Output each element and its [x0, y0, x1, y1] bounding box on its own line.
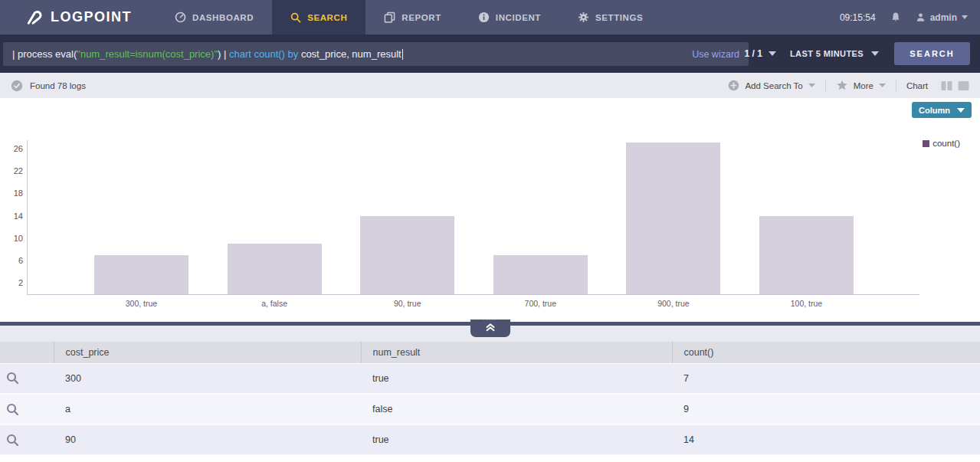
chevron-down-icon: [769, 51, 776, 56]
table-cell: 90: [54, 424, 361, 455]
query-text: | process eval("num_result=isnum(cost_pr…: [12, 48, 402, 60]
query-segment: cost_price, num_result: [301, 48, 402, 60]
chevron-down-icon: [879, 84, 886, 87]
user-menu[interactable]: admin: [916, 12, 968, 23]
text-cursor: [402, 49, 403, 60]
brand: LOGPOINT: [25, 8, 132, 27]
x-axis-label: 90, true: [360, 299, 454, 308]
chart-bar[interactable]: [493, 255, 588, 294]
plus-circle-icon: [728, 80, 739, 91]
username: admin: [930, 12, 957, 23]
table-cell: 14: [672, 424, 980, 455]
dashboard-icon: [175, 11, 186, 23]
divider: [825, 80, 826, 92]
icon-column-header: [0, 342, 54, 363]
main-nav: DASHBOARD SEARCH REPORT INCIDENT: [156, 0, 661, 34]
y-axis-tick: 18: [4, 188, 23, 198]
view-switcher: Chart: [906, 80, 969, 91]
clock: 09:15:54: [840, 12, 876, 23]
top-nav: LOGPOINT DASHBOARD SEARCH REPORT INCIDEN…: [0, 0, 980, 34]
table-cell: true: [361, 424, 672, 455]
results-table-section: cost_price num_result count() 300true7af…: [0, 342, 980, 456]
table-cell: 300: [54, 363, 361, 394]
search-status: Found 78 logs: [11, 80, 86, 92]
results-table: cost_price num_result count() 300true7af…: [0, 342, 980, 456]
nav-item-search[interactable]: SEARCH: [272, 0, 365, 34]
incident-icon: [478, 11, 490, 23]
chart-type-button[interactable]: Column: [912, 102, 972, 118]
full-view-icon[interactable]: [958, 80, 969, 91]
table-row[interactable]: afalse9: [0, 394, 980, 424]
more-menu[interactable]: More: [836, 80, 886, 91]
page-indicator[interactable]: 1 / 1: [745, 48, 776, 59]
column-header-cost-price[interactable]: cost_price: [54, 342, 361, 363]
x-axis-label: 700, true: [493, 299, 588, 308]
divider: [896, 80, 896, 92]
x-axis-label: a, false: [228, 299, 322, 308]
y-axis-tick: 2: [4, 278, 23, 287]
user-icon: [916, 12, 926, 22]
y-axis-tick: 26: [4, 144, 23, 153]
y-axis-tick: 14: [4, 211, 23, 221]
chart-bar[interactable]: [626, 143, 720, 294]
query-segment: chart count() by: [229, 48, 301, 60]
star-icon: [836, 80, 848, 91]
y-axis-tick: 10: [4, 234, 23, 243]
nav-item-dashboard[interactable]: DASHBOARD: [156, 0, 272, 34]
search-query-bar: | process eval("num_result=isnum(cost_pr…: [0, 34, 980, 73]
row-search-icon[interactable]: [0, 363, 54, 394]
legend-swatch: [923, 140, 929, 147]
legend-label: count(): [932, 139, 960, 148]
table-cell: 9: [672, 394, 980, 424]
chart-bar[interactable]: [228, 244, 322, 294]
check-circle-icon: [11, 80, 23, 92]
time-range-selector[interactable]: LAST 5 MINUTES: [790, 49, 879, 58]
y-axis-tick: 22: [4, 166, 23, 175]
row-search-icon[interactable]: [0, 424, 54, 455]
panel-divider[interactable]: ·····: [0, 322, 980, 326]
query-input[interactable]: | process eval("num_result=isnum(cost_pr…: [3, 42, 749, 66]
report-icon: [384, 11, 395, 23]
use-wizard-link[interactable]: Use wizard: [692, 49, 739, 60]
add-search-to-menu[interactable]: Add Search To: [728, 80, 814, 91]
notifications-bell-icon[interactable]: [890, 11, 901, 23]
table-cell: 7: [672, 363, 980, 394]
search-button[interactable]: SEARCH: [894, 42, 970, 65]
query-segment: "num_result=isnum(cost_price)": [77, 48, 218, 60]
nav-item-incident[interactable]: INCIDENT: [460, 0, 559, 34]
chevron-down-icon: [808, 84, 815, 87]
nav-item-report[interactable]: REPORT: [365, 0, 460, 34]
y-axis-tick: 6: [4, 256, 23, 265]
x-axis-label: 300, true: [94, 299, 188, 308]
chevron-down-icon: [871, 51, 879, 56]
chart-legend: count(): [923, 139, 960, 148]
query-segment: ) |: [218, 48, 229, 60]
chart-section: Column count() 261014182226300, truea, f…: [0, 98, 980, 322]
table-row[interactable]: 90true14: [0, 424, 980, 455]
table-row[interactable]: 300true7: [0, 363, 980, 394]
logpoint-logo-icon: [25, 8, 44, 27]
settings-icon: [578, 11, 589, 23]
table-cell: true: [361, 363, 672, 394]
chevron-down-icon: [957, 108, 965, 113]
chart-bar[interactable]: [360, 216, 454, 294]
split-view-icon[interactable]: [941, 80, 952, 91]
table-cell: a: [54, 394, 361, 424]
nav-item-settings[interactable]: SETTINGS: [559, 0, 661, 34]
x-axis-label: 100, true: [759, 299, 854, 308]
chart-bar[interactable]: [759, 216, 854, 294]
row-search-icon[interactable]: [0, 394, 54, 424]
found-logs-text: Found 78 logs: [30, 81, 86, 90]
chart-plot: 261014182226300, truea, false90, true700…: [27, 140, 919, 295]
table-header-row: cost_price num_result count(): [0, 342, 980, 363]
status-bar: Found 78 logs Add Search To More Chart: [0, 73, 980, 98]
column-header-num-result[interactable]: num_result: [361, 342, 672, 363]
table-cell: false: [361, 394, 672, 424]
chart-bar[interactable]: [94, 255, 188, 294]
table-body: 300true7afalse990true14: [0, 363, 980, 455]
column-header-count[interactable]: count(): [672, 342, 980, 363]
collapse-handle[interactable]: ·····: [470, 319, 510, 337]
nav-right: 09:15:54 admin: [840, 11, 968, 23]
query-segment: | process eval(: [12, 48, 77, 60]
query-bar-controls: 1 / 1 LAST 5 MINUTES SEARCH: [745, 34, 980, 73]
